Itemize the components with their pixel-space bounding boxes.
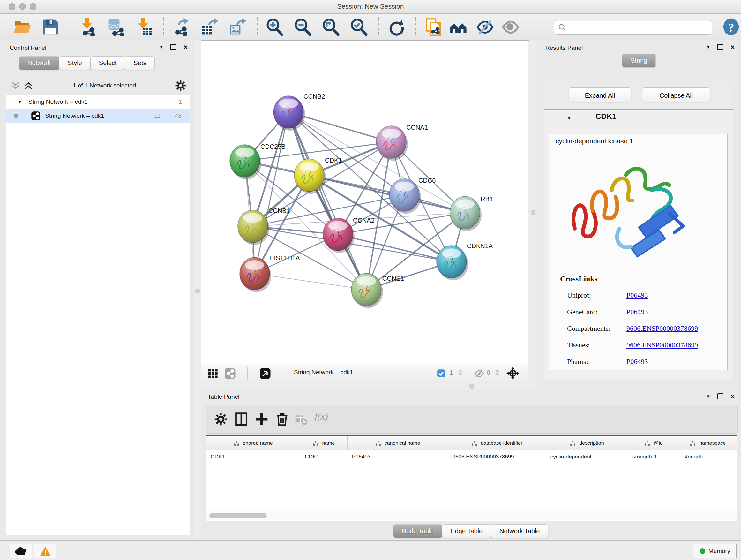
tab-style[interactable]: Style bbox=[59, 56, 90, 70]
tree-expand-icon[interactable]: ▼ bbox=[17, 99, 22, 105]
network-share-icon[interactable] bbox=[224, 368, 236, 379]
network-node-HIST1H1A[interactable] bbox=[240, 257, 271, 292]
selected-checkbox-icon[interactable] bbox=[437, 369, 446, 378]
collapse-all-button[interactable]: Collapse All bbox=[642, 87, 711, 102]
tab-string[interactable]: String bbox=[622, 54, 656, 67]
tab-node-table[interactable]: Node Table bbox=[394, 524, 443, 538]
search-input[interactable] bbox=[569, 22, 707, 33]
expand-all-icon[interactable] bbox=[23, 81, 34, 90]
network-collection-row[interactable]: ▼ String Network – cdk1 1 bbox=[6, 95, 190, 109]
cloud-button[interactable] bbox=[10, 544, 32, 558]
table-options-gear-icon[interactable] bbox=[214, 412, 228, 426]
network-node-CDK1[interactable] bbox=[294, 159, 326, 194]
open-session-icon[interactable] bbox=[13, 18, 31, 36]
panel-float-icon[interactable] bbox=[718, 393, 724, 399]
column-header-description[interactable]: description bbox=[546, 436, 628, 450]
network-node-CCNA2[interactable] bbox=[323, 218, 354, 253]
new-network-from-selection-icon[interactable] bbox=[424, 18, 442, 36]
expand-all-button[interactable]: Expand All bbox=[569, 87, 631, 102]
panel-close-icon[interactable]: × bbox=[731, 45, 735, 50]
table-horizontal-scrollbar[interactable] bbox=[206, 511, 737, 520]
network-node-RB1[interactable] bbox=[450, 196, 482, 231]
network-edge[interactable] bbox=[255, 112, 288, 273]
crosslink-link[interactable]: P06493 bbox=[626, 308, 648, 316]
zoom-selected-icon[interactable] bbox=[350, 18, 367, 36]
save-session-icon[interactable] bbox=[42, 18, 59, 36]
crosslink-link[interactable]: 9606.ENSP00000378699 bbox=[626, 324, 698, 333]
delete-column-icon[interactable] bbox=[275, 412, 289, 426]
network-edge[interactable] bbox=[338, 234, 452, 262]
table-cell[interactable]: stringdb bbox=[679, 450, 737, 463]
import-network-file-icon[interactable] bbox=[79, 18, 97, 36]
crosslink-link[interactable]: 9606.ENSP00000378699 bbox=[626, 341, 698, 349]
zoom-in-icon[interactable] bbox=[266, 18, 283, 36]
network-node-CDC25B[interactable] bbox=[230, 145, 261, 179]
table-cell[interactable]: CDK1 bbox=[300, 450, 347, 463]
zoom-fit-icon[interactable] bbox=[322, 18, 340, 36]
warnings-button[interactable] bbox=[34, 544, 57, 558]
column-header-shared-name[interactable]: shared name bbox=[206, 436, 300, 450]
network-node-CCNA1[interactable] bbox=[376, 126, 408, 161]
table-cell[interactable]: CDK1 bbox=[206, 450, 300, 463]
panel-close-icon[interactable]: × bbox=[184, 45, 188, 50]
table-cell[interactable]: P06493 bbox=[347, 450, 448, 463]
footer-separator bbox=[247, 367, 248, 380]
first-neighbors-icon[interactable] bbox=[449, 18, 467, 36]
show-columns-icon[interactable] bbox=[234, 412, 248, 426]
table-cell[interactable]: stringdb:9... bbox=[628, 450, 679, 463]
protein-collapse-icon[interactable]: ▼ bbox=[567, 115, 571, 121]
table-row[interactable]: CDK1CDK1P064939606.ENSP00000378699cyclin… bbox=[206, 450, 737, 463]
memory-button[interactable]: Memory bbox=[693, 544, 737, 558]
birdseye-view-icon[interactable] bbox=[259, 368, 271, 379]
network-edge[interactable] bbox=[309, 175, 465, 212]
help-icon[interactable]: ? bbox=[722, 17, 740, 36]
grid-view-icon[interactable] bbox=[208, 368, 218, 379]
export-image-icon[interactable] bbox=[228, 18, 246, 36]
refresh-icon[interactable] bbox=[387, 18, 405, 36]
zoom-out-icon[interactable] bbox=[293, 18, 312, 36]
panel-close-icon[interactable]: × bbox=[731, 394, 735, 399]
crosslink-link[interactable]: P06493 bbox=[626, 291, 648, 300]
column-header-@id[interactable]: @id bbox=[628, 436, 679, 450]
left-splitter[interactable] bbox=[194, 40, 201, 539]
network-node-CCNE1[interactable] bbox=[351, 273, 383, 308]
column-header-canonical-name[interactable]: canonical name bbox=[347, 436, 448, 450]
panel-float-icon[interactable] bbox=[171, 44, 177, 50]
network-graph[interactable]: CCNB2CCNA1CDC25BCDK1CDC6RB1CCNB1CCNA2CDK… bbox=[201, 41, 529, 364]
crosslink-link[interactable]: P06493 bbox=[626, 358, 648, 366]
network-row[interactable]: String Network – cdk1 11 48 bbox=[6, 109, 190, 123]
table-cell[interactable]: 9606.ENSP00000378699 bbox=[448, 450, 546, 463]
splitter-handle[interactable] bbox=[195, 289, 200, 294]
gear-icon[interactable] bbox=[175, 80, 186, 91]
table-cell[interactable]: cyclin-dependent ... bbox=[546, 450, 628, 463]
tab-network[interactable]: Network bbox=[19, 56, 59, 70]
panel-collapse-icon[interactable]: ▼ bbox=[706, 394, 711, 399]
pan-crosshair-icon[interactable] bbox=[507, 367, 519, 380]
tab-sets[interactable]: Sets bbox=[125, 56, 155, 70]
tab-edge-table[interactable]: Edge Table bbox=[442, 524, 491, 538]
network-node-CDKN1A[interactable] bbox=[436, 246, 468, 280]
network-view-canvas[interactable]: CCNB2CCNA1CDC25BCDK1CDC6RB1CCNB1CCNA2CDK… bbox=[201, 41, 529, 364]
splitter-handle[interactable] bbox=[531, 210, 536, 215]
show-hide-style-icon[interactable] bbox=[476, 18, 494, 36]
splitter-handle[interactable] bbox=[469, 384, 474, 388]
import-network-database-icon[interactable] bbox=[107, 18, 125, 36]
network-node-CCNB2[interactable] bbox=[273, 96, 305, 131]
panel-collapse-icon[interactable]: ▼ bbox=[159, 45, 163, 50]
scrollbar-thumb[interactable] bbox=[209, 513, 267, 518]
export-network-icon[interactable] bbox=[172, 18, 190, 36]
panel-collapse-icon[interactable]: ▼ bbox=[706, 45, 711, 50]
network-edge[interactable] bbox=[255, 273, 366, 290]
tab-select[interactable]: Select bbox=[91, 56, 125, 70]
import-table-icon[interactable] bbox=[135, 18, 153, 36]
panel-float-icon[interactable] bbox=[718, 44, 724, 50]
export-table-icon[interactable] bbox=[200, 18, 218, 36]
collapse-all-icon[interactable] bbox=[10, 81, 21, 90]
column-header-namespace[interactable]: namespace bbox=[679, 436, 737, 450]
add-column-icon[interactable] bbox=[255, 412, 269, 426]
show-hide-eye-icon[interactable] bbox=[502, 18, 520, 36]
column-header-name[interactable]: name bbox=[300, 436, 347, 450]
network-edge[interactable] bbox=[288, 112, 366, 290]
column-header-database-identifier[interactable]: database identifier bbox=[448, 436, 546, 450]
tab-network-table[interactable]: Network Table bbox=[491, 524, 548, 538]
